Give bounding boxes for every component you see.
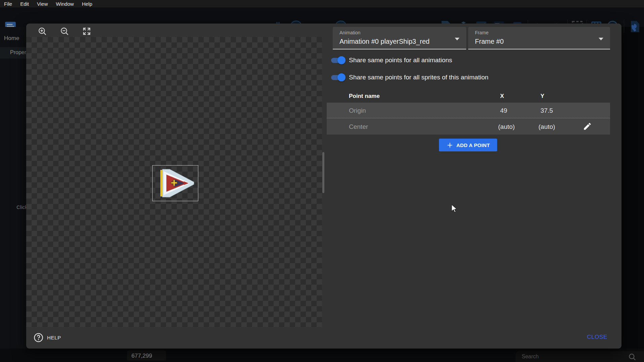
zoom-out-icon[interactable] <box>60 27 69 36</box>
edit-points-dialog: Animation Animation #0 playerShip3_red F… <box>26 24 621 349</box>
help-button[interactable]: HELP <box>34 333 61 342</box>
add-point-button[interactable]: ADD A POINT <box>439 139 497 151</box>
frame-select-value: Frame #0 <box>475 38 504 45</box>
point-y-value: (auto) <box>538 123 555 131</box>
zoom-in-icon[interactable] <box>38 27 47 36</box>
point-y-value: 37.5 <box>540 107 553 114</box>
share-points-all-animations-toggle[interactable] <box>330 56 346 65</box>
toggle-thumb <box>337 73 346 81</box>
point-x-value: (auto) <box>498 123 515 131</box>
dialog-bottom-bar: HELP CLOSE <box>26 327 621 349</box>
points-table-header-y: Y <box>540 93 544 100</box>
edit-pencil-icon[interactable] <box>583 122 592 131</box>
point-row-center[interactable]: Center (auto) (auto) <box>327 119 610 135</box>
menu-help[interactable]: Help <box>82 1 92 7</box>
point-name: Origin <box>349 107 366 114</box>
mouse-cursor <box>451 205 457 213</box>
frame-select-label: Frame <box>475 30 488 35</box>
share-points-all-animations-label: Share same points for all animations <box>349 57 452 64</box>
menu-edit[interactable]: Edit <box>20 1 29 7</box>
menu-window[interactable]: Window <box>56 1 74 7</box>
player-ship-sprite <box>156 169 195 198</box>
chevron-down-icon <box>599 38 603 40</box>
share-points-all-sprites-toggle[interactable] <box>330 73 346 82</box>
sprite-preview-canvas[interactable] <box>26 24 322 327</box>
animation-select-label: Animation <box>339 30 360 35</box>
animation-select-value: Animation #0 playerShip3_red <box>339 38 430 45</box>
menu-bar: File Edit View Window Help <box>0 0 644 7</box>
frame-select[interactable]: Frame Frame #0 <box>468 27 610 49</box>
point-x-value: 49 <box>500 107 507 114</box>
canvas-scrollbar[interactable] <box>322 152 324 193</box>
menu-file[interactable]: File <box>4 1 12 7</box>
chevron-down-icon <box>455 38 459 40</box>
point-row-origin[interactable]: Origin 49 37.5 <box>327 103 610 118</box>
plus-icon <box>446 142 453 149</box>
share-points-all-sprites-label: Share same points for all sprites of thi… <box>349 74 488 81</box>
menu-view[interactable]: View <box>37 1 48 7</box>
fit-view-icon[interactable] <box>82 27 91 36</box>
point-name: Center <box>349 123 368 131</box>
close-button[interactable]: CLOSE <box>587 334 607 340</box>
sprite-selection-box[interactable] <box>152 165 198 201</box>
points-table-header-name: Point name <box>349 93 380 100</box>
toggle-thumb <box>337 56 346 64</box>
points-table-header-x: X <box>500 93 504 100</box>
help-icon <box>34 333 43 342</box>
animation-select[interactable]: Animation Animation #0 playerShip3_red <box>333 27 466 49</box>
